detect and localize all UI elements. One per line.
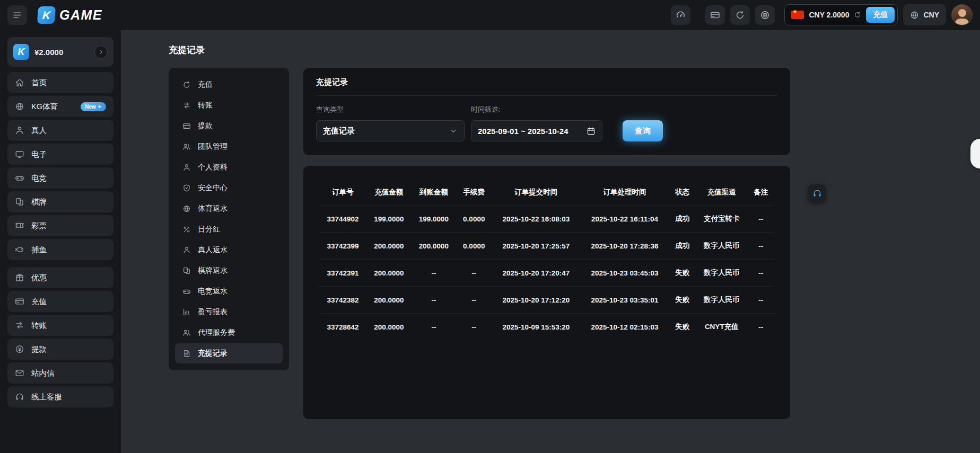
support-fab-button[interactable]: [808, 184, 826, 202]
table-row: 33742399200.0000200.00000.00002025-10-20…: [319, 233, 774, 260]
card-icon: [710, 10, 720, 20]
table-cell: 数字人民币: [696, 233, 748, 260]
table-cell: 33742399: [319, 233, 366, 260]
sidebar-item-label: 优惠: [31, 273, 106, 283]
gauge-icon: [676, 10, 686, 20]
submenu-item-esports-rebate[interactable]: 电竞返水: [175, 281, 283, 301]
submenu-item-team-management[interactable]: 团队管理: [175, 137, 283, 157]
table-cell: --: [748, 314, 774, 341]
rewards-button[interactable]: [755, 5, 775, 25]
query-type-select[interactable]: 充值记录: [316, 120, 465, 141]
submenu-item-security-center[interactable]: 安全中心: [175, 178, 283, 198]
table-cell: 200.0000: [366, 233, 412, 260]
sidebar-item-board-games[interactable]: 棋牌: [7, 191, 113, 212]
wallet-expand-button[interactable]: [94, 46, 108, 59]
sidebar-item-live-casino[interactable]: 真人: [7, 120, 113, 141]
column-header: 备注: [748, 180, 774, 206]
submenu-item-board-rebate[interactable]: 棋牌返水: [175, 261, 283, 281]
home-icon: [15, 78, 24, 87]
submenu-item-deposit-withdraw-records[interactable]: 充提记录: [175, 343, 283, 363]
deposit-button[interactable]: 充值: [866, 7, 895, 23]
submenu-item-withdraw[interactable]: 提款: [175, 116, 283, 136]
sidebar: K ¥2.0000 首页KG体育New ✦真人电子电竞棋牌彩票捕鱼 优惠充值转账…: [0, 30, 121, 453]
main-content: 充提记录 充值转账提款团队管理个人资料安全中心体育返水日分红真人返水棋牌返水电竞…: [121, 30, 980, 453]
logo[interactable]: K GAME: [38, 6, 102, 24]
table-cell: 支付宝转卡: [696, 206, 748, 233]
sidebar-divider: [7, 260, 113, 267]
side-panel-handle[interactable]: [970, 139, 980, 168]
sidebar-item-home[interactable]: 首页: [7, 72, 113, 93]
table-cell: 数字人民币: [696, 287, 748, 314]
submenu-item-agent-fee[interactable]: 代理服务费: [175, 323, 283, 343]
sidebar-item-lottery[interactable]: 彩票: [7, 215, 113, 236]
user-avatar[interactable]: [951, 4, 973, 25]
ticket-icon: [15, 221, 24, 230]
sidebar-item-transfer[interactable]: 转账: [7, 315, 113, 336]
sidebar-item-label: 首页: [31, 78, 106, 88]
table-cell: 200.0000: [366, 260, 412, 287]
table-row: 33742382200.0000----2025-10-20 17:12:202…: [319, 287, 774, 314]
sidebar-item-deposit[interactable]: 充值: [7, 291, 113, 312]
table-cell: 2025-10-20 17:12:20: [492, 287, 580, 314]
sidebar-item-support[interactable]: 线上客服: [7, 386, 113, 407]
sidebar-item-messages[interactable]: 站内信: [7, 362, 113, 384]
sidebar-item-slots[interactable]: 电子: [7, 144, 113, 165]
sidebar-item-fishing[interactable]: 捕鱼: [7, 239, 113, 260]
search-button[interactable]: 查询: [623, 120, 663, 141]
submenu-item-daily-dividend[interactable]: 日分红: [175, 219, 283, 239]
person-icon: [182, 163, 191, 172]
date-range-value: 2025-09-01 ~ 2025-10-24: [478, 127, 568, 136]
table-cell: 33742391: [319, 260, 366, 287]
calendar-icon: [587, 127, 596, 136]
column-header: 状态: [669, 180, 696, 206]
sidebar-item-label: 电竞: [31, 173, 106, 183]
table-cell: 2025-10-20 17:25:57: [492, 233, 580, 260]
table-cell: CNYT充值: [696, 314, 748, 341]
monitor-icon: [15, 149, 24, 159]
submenu-item-profile[interactable]: 个人资料: [175, 157, 283, 177]
app: K GAME CNY 2.0000 充值 CNY K ¥2.0000: [0, 0, 980, 453]
column-header: 订单提交时间: [492, 180, 580, 206]
ball-icon: [182, 205, 191, 213]
table-cell: 2025-10-20 17:28:36: [580, 233, 669, 260]
table-cell: 2025-10-20 17:20:47: [492, 260, 580, 287]
currency-selector[interactable]: CNY 2.0000 充值: [784, 4, 898, 25]
submenu-item-label: 个人资料: [198, 163, 228, 172]
table-cell: 0.0000: [456, 233, 492, 260]
refresh-balance-icon[interactable]: [854, 11, 861, 19]
query-type-value: 充值记录: [323, 126, 355, 136]
users-icon: [182, 328, 191, 337]
table-cell: 失败: [669, 314, 696, 341]
sidebar-item-kg-sports[interactable]: KG体育New ✦: [7, 96, 113, 117]
table-cell: --: [748, 287, 774, 314]
submenu-item-label: 提款: [198, 121, 213, 131]
table-cell: --: [456, 287, 492, 314]
language-selector[interactable]: CNY: [903, 4, 946, 25]
ball-icon: [15, 102, 24, 111]
sidebar-item-esports[interactable]: 电竞: [7, 167, 113, 189]
sidebar-item-withdraw[interactable]: 提款: [7, 339, 113, 360]
submenu-item-deposit[interactable]: 充值: [175, 75, 283, 95]
submenu-item-pnl-report[interactable]: 盈亏报表: [175, 302, 283, 322]
table-cell: 33744902: [319, 206, 366, 233]
submenu-item-live-rebate[interactable]: 真人返水: [175, 240, 283, 260]
wallet-button[interactable]: [705, 5, 725, 25]
table-cell: --: [748, 233, 774, 260]
table-cell: 数字人民币: [696, 260, 748, 287]
person-icon: [182, 246, 191, 254]
sidebar-item-label: 棋牌: [31, 197, 106, 207]
submenu-item-transfer[interactable]: 转账: [175, 95, 283, 116]
table-cell: 2025-10-22 16:08:03: [492, 206, 580, 233]
table-body: 33744902199.0000199.00000.00002025-10-22…: [319, 206, 774, 341]
menu-toggle-button[interactable]: [7, 5, 27, 25]
sidebar-item-promotions[interactable]: 优惠: [7, 267, 113, 288]
filter-row: 查询类型 充值记录 时间筛选: 2025-09-01 ~ 2025-10-24: [316, 105, 777, 141]
date-range-input[interactable]: 2025-09-01 ~ 2025-10-24: [471, 120, 602, 141]
submenu-item-sports-rebate[interactable]: 体育返水: [175, 199, 283, 219]
doc-icon: [182, 349, 191, 358]
table-cell: 200.0000: [366, 287, 412, 314]
column-header: 手续费: [456, 180, 492, 206]
wallet-card[interactable]: K ¥2.0000: [7, 37, 113, 67]
rebate-button[interactable]: [730, 5, 750, 25]
speed-button[interactable]: [671, 5, 690, 25]
